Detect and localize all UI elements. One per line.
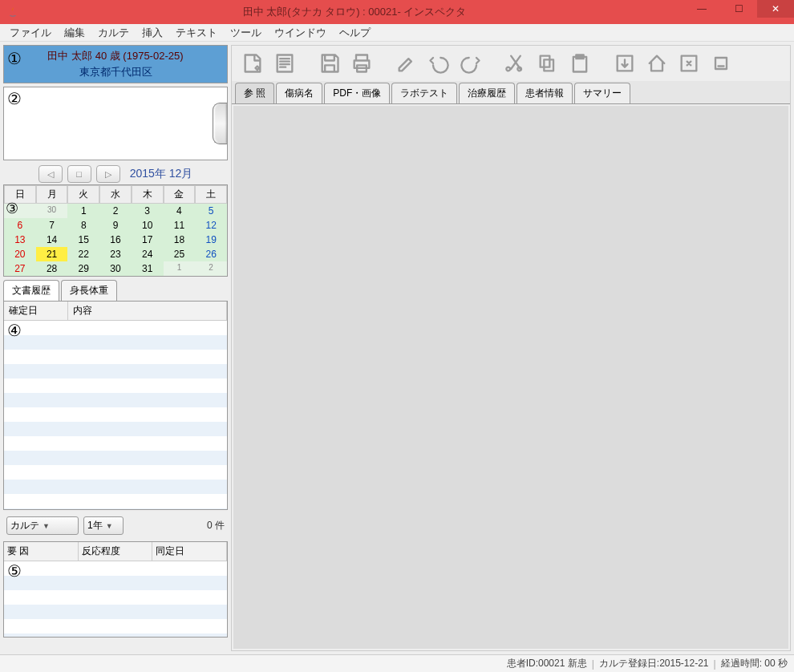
- save-button[interactable]: [315, 49, 344, 78]
- export-button[interactable]: [610, 49, 639, 78]
- menu-window[interactable]: ウインドウ: [269, 24, 331, 42]
- cal-prev-button[interactable]: ◁: [38, 165, 63, 183]
- tab-height-weight[interactable]: 身長体重: [61, 280, 117, 301]
- weekday-4: 木: [132, 185, 164, 204]
- allergy-body[interactable]: ⑤: [4, 561, 227, 637]
- cal-day[interactable]: 23: [99, 247, 132, 261]
- cal-day[interactable]: 5: [195, 204, 227, 218]
- paste-icon: [569, 52, 591, 75]
- cal-day[interactable]: 1: [164, 261, 196, 276]
- cal-next-button[interactable]: ▷: [96, 165, 120, 183]
- col-content: 内容: [68, 302, 227, 320]
- cal-day[interactable]: 2: [99, 204, 132, 218]
- minimize-button[interactable]: —: [683, 0, 720, 18]
- main-tab-1[interactable]: 傷病名: [276, 83, 322, 103]
- cal-day[interactable]: 27: [4, 261, 36, 276]
- marker-4: ④: [7, 321, 22, 340]
- text-doc-button[interactable]: [270, 49, 299, 78]
- cal-day[interactable]: 25: [164, 247, 196, 261]
- tab-doc-history[interactable]: 文書履歴: [3, 280, 59, 301]
- main-tab-5[interactable]: 患者情報: [517, 83, 573, 103]
- cut-button[interactable]: [501, 49, 530, 78]
- cal-day[interactable]: 7: [36, 218, 68, 233]
- cal-day[interactable]: 19: [195, 233, 227, 247]
- left-tabs: 文書履歴 身長体重: [3, 280, 228, 302]
- col-severity: 反応程度: [79, 542, 153, 561]
- edit-icon: [395, 52, 418, 75]
- menu-help[interactable]: ヘルプ: [334, 24, 375, 42]
- col-factor: 要 因: [4, 542, 79, 561]
- cal-day[interactable]: 15: [67, 233, 99, 247]
- cal-day[interactable]: 24: [132, 247, 164, 261]
- paste-button[interactable]: [565, 49, 594, 78]
- cal-day[interactable]: 8: [67, 218, 99, 233]
- home-button[interactable]: [642, 49, 671, 78]
- docs-body[interactable]: ④: [4, 321, 227, 509]
- menu-file[interactable]: ファイル: [5, 24, 56, 42]
- new-doc-icon: [241, 52, 264, 75]
- period-combo[interactable]: 1年▼: [83, 516, 124, 535]
- cal-day[interactable]: 31: [132, 261, 164, 276]
- java-icon: [6, 6, 19, 18]
- redo-icon: [460, 52, 482, 75]
- stamp-button[interactable]: [707, 49, 735, 78]
- cal-stop-button[interactable]: □: [67, 165, 91, 183]
- menu-edit[interactable]: 編集: [59, 24, 90, 42]
- cal-day[interactable]: 18: [164, 233, 196, 247]
- cal-day[interactable]: 9: [99, 218, 132, 233]
- edit-button[interactable]: [392, 49, 421, 78]
- redo-button[interactable]: [456, 49, 485, 78]
- marker-5: ⑤: [7, 561, 22, 581]
- main-tab-0[interactable]: 参 照: [235, 83, 274, 103]
- cal-day[interactable]: 20: [4, 247, 36, 261]
- cal-day[interactable]: 4: [164, 204, 196, 218]
- cal-day[interactable]: 3: [132, 204, 164, 218]
- cal-day[interactable]: 13: [4, 233, 36, 247]
- cal-day[interactable]: 30: [36, 204, 68, 218]
- cal-day[interactable]: 11: [164, 218, 196, 233]
- menu-text[interactable]: テキスト: [171, 24, 222, 42]
- weekday-1: 月: [36, 185, 68, 204]
- menu-karte[interactable]: カルテ: [93, 24, 134, 42]
- filter-row: カルテ▼ 1年▼ 0 件: [3, 513, 228, 538]
- cal-day[interactable]: 26: [195, 247, 227, 261]
- undo-button[interactable]: [424, 49, 453, 78]
- cal-day[interactable]: 22: [67, 247, 99, 261]
- content-area[interactable]: [233, 106, 788, 649]
- menu-tool[interactable]: ツール: [225, 24, 266, 42]
- menu-insert[interactable]: 挿入: [137, 24, 168, 42]
- cal-day[interactable]: 21: [36, 247, 68, 261]
- maximize-button[interactable]: ☐: [720, 0, 757, 18]
- main-tab-6[interactable]: サマリー: [574, 83, 630, 103]
- copy-button[interactable]: [533, 49, 562, 78]
- new-doc-button[interactable]: [238, 49, 267, 78]
- statusbar: 患者ID:00021 新患| カルテ登録日:2015-12-21| 経過時間: …: [0, 654, 794, 672]
- result-count: 0 件: [207, 519, 225, 532]
- cal-day[interactable]: 2: [195, 261, 227, 276]
- cal-day[interactable]: 1: [67, 204, 99, 218]
- text-doc-icon: [273, 52, 296, 75]
- scroll-handle[interactable]: [213, 103, 227, 144]
- cal-day[interactable]: 28: [36, 261, 68, 276]
- main-tab-4[interactable]: 治療履歴: [459, 83, 515, 103]
- allergy-panel: 要 因 反応程度 同定日 ⑤: [3, 541, 228, 638]
- cal-day[interactable]: 16: [99, 233, 132, 247]
- status-elapsed: 経過時間: 00 秒: [721, 657, 788, 670]
- cal-day[interactable]: 30: [99, 261, 132, 276]
- marker-3: ③: [6, 200, 18, 217]
- cal-day[interactable]: 17: [132, 233, 164, 247]
- close-button[interactable]: ✕: [757, 0, 794, 18]
- cal-day[interactable]: 12: [195, 218, 227, 233]
- print-button[interactable]: [347, 49, 376, 78]
- cal-day[interactable]: 10: [132, 218, 164, 233]
- attach-button[interactable]: [674, 49, 703, 78]
- cal-day[interactable]: 14: [36, 233, 68, 247]
- patient-header[interactable]: ① 田中 太郎 40 歳 (1975-02-25) 東京都千代田区: [3, 45, 228, 83]
- main-tab-2[interactable]: PDF・画像: [324, 83, 390, 103]
- status-regdate: カルテ登録日:2015-12-21: [599, 657, 709, 670]
- cal-day[interactable]: 29: [67, 261, 99, 276]
- type-combo[interactable]: カルテ▼: [6, 516, 79, 535]
- main-tab-3[interactable]: ラボテスト: [391, 83, 457, 103]
- memo-panel[interactable]: ②: [3, 87, 228, 160]
- cal-day[interactable]: 6: [4, 218, 36, 233]
